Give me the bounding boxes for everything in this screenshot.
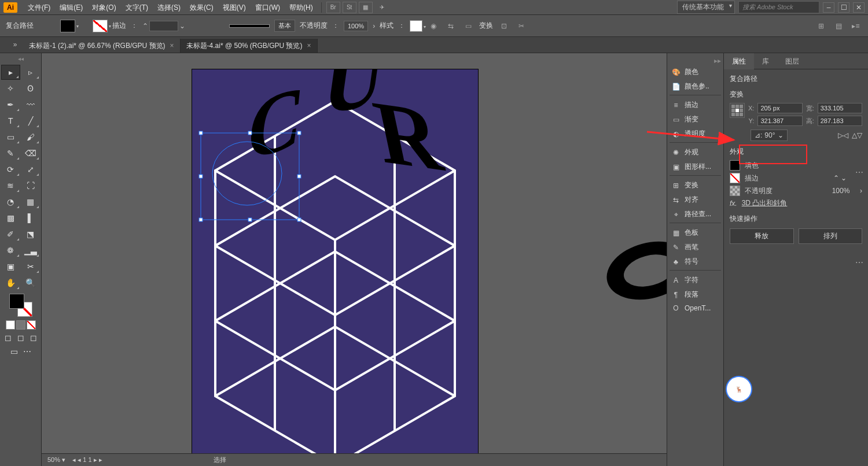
panel-shortcut-2[interactable]: ≡描边 — [670, 98, 721, 112]
free-transform-tool[interactable]: ⛶ — [21, 178, 41, 193]
draw-behind-icon[interactable]: ◻ — [15, 332, 27, 343]
none-mode-icon[interactable] — [27, 320, 36, 330]
panel-shortcut-6[interactable]: ▣图形样... — [670, 160, 721, 176]
bridge-button[interactable]: Br — [326, 2, 340, 13]
rotate-tool[interactable]: ⟳ — [1, 162, 20, 177]
menu-window[interactable]: 窗口(W) — [251, 0, 285, 15]
panel-shortcut-4[interactable]: ◐透明度 — [670, 127, 721, 143]
close-button[interactable]: ✕ — [853, 2, 865, 13]
collapse-tools-icon[interactable]: ◂◂ — [1, 56, 40, 62]
rectangle-tool[interactable]: ▭ — [1, 130, 20, 145]
h-input[interactable]: 287.183 — [818, 116, 862, 126]
stroke-color-swatch[interactable] — [730, 173, 740, 183]
document-tab-2[interactable]: 未标题-4.ai* @ 50% (RGB/GPU 预览) × — [181, 39, 318, 53]
menu-edit[interactable]: 编辑(E) — [55, 0, 87, 15]
x-input[interactable]: 205 px — [757, 103, 802, 113]
opacity-swatch-icon[interactable] — [730, 186, 740, 196]
eraser-tool[interactable]: ⌫ — [21, 146, 41, 161]
menu-type[interactable]: 文字(T) — [121, 0, 153, 15]
transform-label[interactable]: 变换 — [479, 21, 493, 31]
fx-link[interactable]: 3D 凸出和斜角 — [742, 198, 788, 208]
document-tab-1[interactable]: 未标题-1 (2).ai* @ 66.67% (RGB/GPU 预览) × — [23, 39, 181, 53]
release-button[interactable]: 释放 — [730, 228, 794, 244]
rotation-dropdown[interactable]: ⊿: 90° ⌄ — [751, 130, 788, 141]
close-tab-icon[interactable]: × — [307, 42, 311, 50]
magic-wand-tool[interactable]: ✧ — [1, 81, 20, 96]
workspace-dropdown[interactable]: 传统基本功能 — [677, 1, 735, 14]
arrange-docs-button[interactable]: ▦ — [359, 2, 373, 13]
panel-shortcut-13[interactable]: A字符 — [670, 273, 721, 287]
flip-horizontal-icon[interactable]: ▷◁ — [838, 131, 848, 139]
panel-shortcut-12[interactable]: ♣符号 — [670, 254, 721, 271]
zoom-dropdown[interactable]: 50% ▾ — [47, 456, 65, 464]
stroke-swatch[interactable]: ▾ — [93, 20, 108, 32]
mesh-tool[interactable]: ▩ — [1, 210, 20, 225]
arrange-button[interactable]: 排列 — [799, 228, 863, 244]
appearance-more-icon[interactable]: ⋯ — [855, 258, 865, 267]
gradient-mode-icon[interactable] — [16, 320, 25, 330]
search-input[interactable]: 搜索 Adobe Stock — [738, 1, 819, 13]
edit-toolbar-icon[interactable]: ⋯ — [21, 346, 33, 357]
type-tool[interactable]: T — [1, 113, 20, 128]
pen-tool[interactable]: ✒ — [1, 97, 20, 112]
zoom-tool[interactable]: 🔍 — [21, 275, 41, 290]
panel-shortcut-8[interactable]: ⇆对齐 — [670, 193, 721, 207]
direct-selection-tool[interactable]: ▹ — [21, 65, 41, 80]
panel-shortcut-14[interactable]: ¶段落 — [670, 287, 721, 302]
menu-file[interactable]: 文件(F) — [23, 0, 55, 15]
symbol-sprayer-tool[interactable]: ❁ — [1, 243, 20, 258]
menu-effect[interactable]: 效果(C) — [185, 0, 218, 15]
fill-swatch[interactable]: ▾ — [60, 20, 75, 32]
artboard-tool[interactable]: ▣ — [1, 259, 20, 274]
gpu-rocket-icon[interactable]: ✈ — [375, 2, 389, 13]
scale-tool[interactable]: ⤢ — [21, 162, 41, 177]
close-tab-icon[interactable]: × — [170, 42, 174, 50]
menu-object[interactable]: 对象(O) — [87, 0, 120, 15]
align-icon[interactable]: ⇆ — [444, 20, 457, 32]
hand-tool[interactable]: ✋ — [1, 275, 20, 290]
w-input[interactable]: 333.105 — [818, 103, 862, 113]
opacity-more-icon[interactable]: › — [860, 187, 862, 195]
canvas-area[interactable]: C U R — [42, 53, 667, 466]
tab-libraries[interactable]: 库 — [754, 53, 777, 69]
brush-profile-dropdown[interactable]: 基本 — [274, 20, 295, 32]
brush-profile-sample[interactable] — [229, 24, 270, 28]
opacity-value[interactable]: 100% — [826, 187, 855, 195]
slice-tool[interactable]: ✂ — [21, 259, 41, 274]
maximize-button[interactable]: ☐ — [838, 2, 849, 13]
tab-dropdown-icon[interactable]: » — [7, 36, 23, 53]
panel-shortcut-1[interactable]: 📄颜色参.. — [670, 79, 721, 95]
crop-icon[interactable]: ✂ — [515, 20, 528, 32]
fill-color-icon[interactable] — [9, 294, 24, 309]
panel-shortcut-10[interactable]: ▦色板 — [670, 225, 721, 240]
shape-mode-icon[interactable]: ▭ — [462, 20, 475, 32]
gradient-tool[interactable]: ▌ — [21, 210, 41, 225]
stroke-weight-stepper[interactable]: ⌃⌄ — [142, 21, 185, 31]
panel-shortcut-5[interactable]: ✺外观 — [670, 145, 721, 160]
eyedropper-tool[interactable]: ✐ — [1, 227, 20, 242]
fill-stroke-control[interactable] — [9, 294, 32, 317]
panel-shortcut-7[interactable]: ⊞变换 — [670, 178, 721, 193]
shape-builder-tool[interactable]: ◔ — [1, 194, 20, 209]
curvature-tool[interactable]: 〰 — [21, 97, 41, 112]
line-tool[interactable]: ╱ — [21, 113, 41, 128]
paintbrush-tool[interactable]: 🖌 — [21, 130, 41, 145]
opacity-dropdown[interactable]: 100% — [344, 21, 368, 31]
flip-vertical-icon[interactable]: △▽ — [852, 131, 862, 139]
reference-point-icon[interactable] — [730, 103, 745, 118]
panel-toggle-icon[interactable]: ⊞ — [815, 20, 827, 32]
y-input[interactable]: 321.387 — [757, 116, 802, 126]
fill-color-swatch[interactable] — [730, 160, 740, 171]
fx-icon[interactable]: fx. — [730, 199, 737, 208]
stock-button[interactable]: St — [343, 2, 356, 13]
draw-normal-icon[interactable]: ◻ — [2, 332, 14, 343]
perspective-grid-tool[interactable]: ▦ — [21, 194, 41, 209]
lasso-tool[interactable]: ʘ — [21, 81, 41, 96]
tab-layers[interactable]: 图层 — [777, 53, 807, 69]
panel-shortcut-15[interactable]: OOpenT... — [670, 302, 721, 315]
panel-toggle2-icon[interactable]: ▤ — [832, 20, 845, 32]
color-mode-icon[interactable] — [6, 320, 15, 330]
shaper-tool[interactable]: ✎ — [1, 146, 20, 161]
column-graph-tool[interactable]: ▁▃ — [21, 243, 41, 258]
menu-help[interactable]: 帮助(H) — [285, 0, 318, 15]
